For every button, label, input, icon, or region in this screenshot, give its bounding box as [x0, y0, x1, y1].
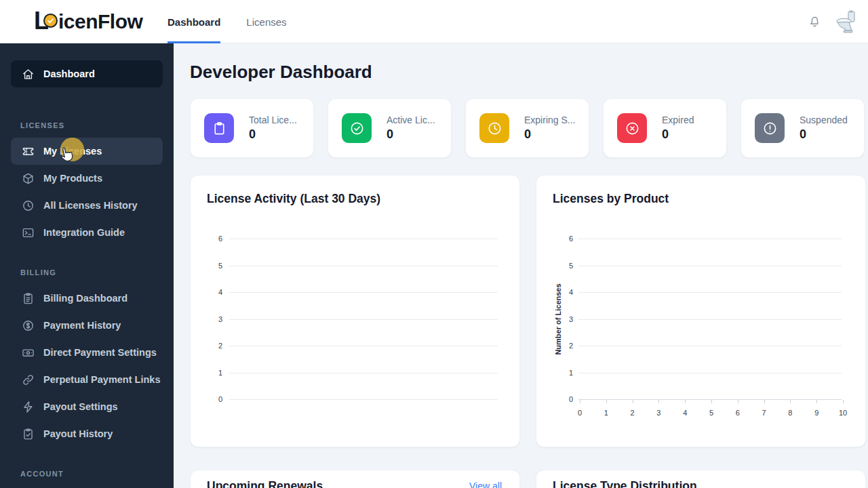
- y-tick-label: 3: [555, 316, 573, 323]
- licenses-by-product-plot: Number of Licenses 6543210012345678910: [536, 176, 865, 447]
- licenses-by-product-card: Licenses by Product Number of Licenses 6…: [536, 175, 866, 447]
- tab-dashboard[interactable]: Dashboard: [167, 0, 220, 43]
- check-circle-icon: [342, 113, 372, 143]
- stat-card-suspended: Suspended0: [741, 98, 865, 158]
- card-title: Upcoming Renewals: [207, 479, 323, 488]
- stat-value: 0: [662, 127, 694, 142]
- stat-value: 0: [800, 127, 848, 142]
- sidebar-item-payout-settings[interactable]: Payout Settings: [11, 393, 163, 420]
- sidebar-item-label: Payout Settings: [43, 401, 118, 412]
- stat-label: Expired: [662, 115, 694, 125]
- stat-label: Total Lice...: [249, 115, 297, 125]
- gridline: [229, 346, 498, 346]
- sidebar-section-account: ACCOUNT: [20, 470, 163, 478]
- gridline: [229, 319, 498, 320]
- zap-icon: [22, 401, 35, 413]
- stats-row: Total Lice...0Active Lic...0Expiring S..…: [190, 98, 865, 158]
- sidebar-item-all-licenses-history[interactable]: All Licenses History: [11, 192, 163, 219]
- stat-card-total-lice: Total Lice...0: [190, 98, 314, 158]
- stat-card-active-lic: Active Lic...0: [328, 98, 452, 158]
- x-tick-label: 7: [757, 409, 772, 417]
- gridline: [578, 319, 842, 320]
- x-tick-label: 1: [599, 409, 614, 417]
- ticket-icon: [22, 145, 35, 158]
- x-circle-icon: [617, 113, 647, 143]
- sidebar-item-label: Payment History: [43, 320, 121, 331]
- sidebar-item-label: All Licenses History: [43, 200, 138, 211]
- gridline: [578, 373, 842, 373]
- x-tick-label: 6: [730, 409, 745, 417]
- sidebar-item-dashboard[interactable]: Dashboard: [11, 60, 163, 87]
- clock-icon: [479, 113, 509, 143]
- sidebar-item-label: My Products: [43, 173, 102, 184]
- terminal-icon: [22, 226, 35, 239]
- home-icon: [22, 68, 35, 81]
- sidebar-item-label: Perpetual Payment Links: [43, 374, 160, 385]
- sidebar-item-billing-dashboard[interactable]: Billing Dashboard: [11, 285, 163, 312]
- x-tick-label: 2: [625, 409, 640, 417]
- x-tick-label: 4: [677, 409, 692, 417]
- y-tick-label: 3: [204, 316, 222, 323]
- stat-value: 0: [249, 127, 297, 142]
- x-tick-label: 3: [651, 409, 666, 417]
- y-tick-label: 0: [204, 396, 222, 403]
- upcoming-renewals-card: Upcoming Renewals View all: [190, 470, 520, 488]
- stat-label: Active Lic...: [387, 115, 435, 125]
- y-tick-label: 1: [555, 369, 573, 377]
- sidebar-item-label: Payout History: [43, 428, 113, 439]
- y-tick-label: 6: [555, 235, 573, 243]
- sidebar-item-perpetual-payment-links[interactable]: Perpetual Payment Links: [11, 366, 163, 393]
- page-title: Developer Dashboard: [190, 62, 372, 83]
- x-tick-mark: [685, 400, 686, 403]
- clipboard-icon: [204, 113, 234, 143]
- y-tick-label: 2: [555, 342, 573, 350]
- sidebar-item-integration-guide[interactable]: Integration Guide: [11, 219, 163, 246]
- gridline: [229, 266, 498, 266]
- notifications-bell-icon[interactable]: [807, 14, 822, 29]
- gridline: [229, 373, 498, 373]
- card-title: License Type Distribution: [553, 479, 697, 488]
- sidebar-item-payout-history[interactable]: Payout History: [11, 420, 163, 447]
- sidebar-item-my-products[interactable]: My Products: [11, 165, 163, 192]
- sidebar-item-label: My Licenses: [43, 146, 102, 157]
- alert-circle-icon: [755, 113, 785, 143]
- y-tick-label: 1: [204, 369, 222, 377]
- x-tick-mark: [658, 400, 659, 403]
- x-tick-mark: [843, 400, 844, 403]
- sidebar-item-my-licenses[interactable]: My Licenses: [11, 138, 163, 165]
- x-tick-mark: [606, 400, 607, 403]
- stat-card-expired: Expired0: [603, 98, 727, 158]
- x-tick-mark: [738, 400, 738, 403]
- x-tick-mark: [790, 400, 791, 403]
- top-header: L icenFlow DashboardLicenses: [0, 0, 868, 43]
- sidebar-item-label: Billing Dashboard: [43, 293, 127, 304]
- stat-label: Expiring S...: [524, 115, 575, 125]
- gridline: [229, 399, 498, 400]
- stat-card-expiring-s: Expiring S...0: [465, 98, 589, 158]
- sidebar-item-direct-payment-settings[interactable]: Direct Payment Settings: [11, 339, 163, 366]
- view-all-link[interactable]: View all: [469, 481, 502, 488]
- sidebar-section-billing: BILLING: [20, 268, 163, 277]
- stat-value: 0: [524, 127, 575, 142]
- sidebar-section-licenses: LICENSES: [20, 121, 163, 129]
- y-tick-label: 5: [555, 262, 573, 270]
- x-tick-label: 8: [783, 409, 797, 417]
- package-icon: [22, 172, 35, 185]
- y-tick-label: 6: [204, 235, 222, 243]
- main-content: Developer Dashboard Total Lice...0Active…: [174, 43, 868, 488]
- x-tick-label: 0: [572, 409, 587, 417]
- gridline: [578, 346, 842, 346]
- tab-licenses[interactable]: Licenses: [246, 0, 286, 43]
- brand-logo[interactable]: L icenFlow: [34, 7, 142, 36]
- gridline: [229, 239, 498, 239]
- user-avatar-toilet-icon[interactable]: [835, 10, 857, 33]
- clock-icon: [22, 199, 35, 212]
- y-tick-label: 0: [555, 396, 573, 403]
- gridline: [578, 292, 842, 293]
- logo-check-badge-icon: [43, 14, 58, 28]
- header-tabs: DashboardLicenses: [167, 0, 287, 43]
- x-tick-mark: [816, 400, 817, 403]
- sidebar-item-payment-history[interactable]: Payment History: [11, 312, 163, 339]
- x-tick-label: 5: [704, 409, 719, 417]
- y-tick-label: 4: [204, 289, 222, 296]
